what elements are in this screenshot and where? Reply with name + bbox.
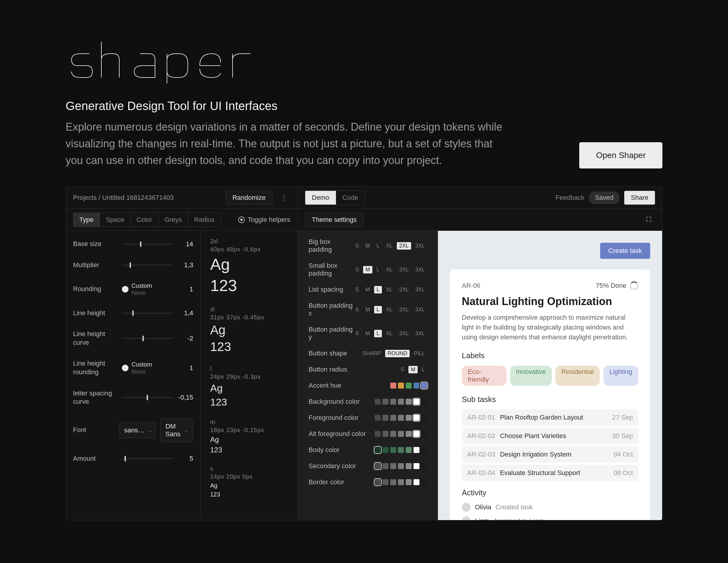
tab-type[interactable]: Type — [73, 213, 100, 227]
label-lighting[interactable]: Lighting — [603, 366, 638, 386]
list-spacing-opt-xl[interactable]: XL — [384, 286, 395, 293]
alt-foreground-color-swatch-3[interactable] — [398, 431, 404, 437]
background-color-swatch-4[interactable] — [406, 399, 412, 405]
tab-demo[interactable]: Demo — [305, 191, 336, 205]
line-height-rounding-toggle[interactable]: CustomNone — [122, 361, 152, 375]
button-padding-x-opt-m[interactable]: M — [363, 306, 372, 313]
secondary-color-swatch-4[interactable] — [406, 463, 412, 469]
label-residential[interactable]: Residential — [555, 366, 600, 386]
subtask-row[interactable]: AR-02-04Evaluate Structural Support08 Oc… — [462, 465, 638, 481]
secondary-color-swatch-1[interactable] — [382, 463, 388, 469]
small-box-padding-opt-m[interactable]: M — [363, 266, 372, 273]
body-color-swatch-6[interactable] — [421, 447, 427, 453]
background-color-swatch-1[interactable] — [382, 399, 388, 405]
foreground-color-swatch-0[interactable] — [375, 415, 381, 421]
background-color-swatch-3[interactable] — [398, 399, 404, 405]
background-color-swatch-6[interactable] — [421, 399, 427, 405]
more-menu-icon[interactable]: ⋮ — [277, 194, 290, 202]
button-padding-y-opt-l[interactable]: L — [374, 330, 382, 337]
label-innovative[interactable]: Innovative — [510, 366, 552, 386]
big-box-padding-opt-3xl[interactable]: 3XL — [413, 242, 427, 250]
rounding-toggle[interactable]: CustomNone — [122, 282, 152, 296]
big-box-padding-opt-l[interactable]: L — [374, 242, 382, 250]
foreground-color-swatch-5[interactable] — [413, 415, 419, 421]
body-color-swatch-2[interactable] — [390, 447, 396, 453]
button-padding-x-opt-xl[interactable]: XL — [384, 306, 395, 313]
big-box-padding-opt-m[interactable]: M — [363, 242, 372, 250]
border-color-swatch-2[interactable] — [390, 479, 396, 485]
button-radius-opt-s[interactable]: S — [398, 366, 407, 373]
small-box-padding-opt-s[interactable]: S — [353, 266, 361, 273]
label-eco-friendly[interactable]: Eco-friendly — [462, 366, 506, 386]
big-box-padding-opt-xl[interactable]: XL — [384, 242, 395, 250]
border-color-swatch-0[interactable] — [375, 479, 381, 485]
amount-slider[interactable] — [122, 458, 174, 459]
button-padding-x-opt-s[interactable]: S — [353, 306, 361, 313]
button-padding-y-opt-s[interactable]: S — [353, 330, 361, 337]
background-color-swatch-0[interactable] — [375, 399, 381, 405]
foreground-color-swatch-6[interactable] — [421, 415, 427, 421]
open-shaper-button[interactable]: Open Shaper — [579, 142, 662, 168]
button-radius-opt-l[interactable]: L — [419, 366, 427, 373]
border-color-swatch-4[interactable] — [406, 479, 412, 485]
small-box-padding-opt-l[interactable]: L — [374, 266, 382, 273]
toggle-helpers-button[interactable]: Toggle helpers — [238, 216, 290, 224]
feedback-link[interactable]: Feedback — [555, 194, 584, 202]
subtask-row[interactable]: AR-02-03Design Irrigation System04 Oct — [462, 446, 638, 463]
foreground-color-swatch-1[interactable] — [382, 415, 388, 421]
accent-hue-swatch-0[interactable] — [390, 383, 396, 389]
secondary-color-swatch-2[interactable] — [390, 463, 396, 469]
foreground-color-swatch-4[interactable] — [406, 415, 412, 421]
button-padding-x-opt-2xl[interactable]: 2XL — [397, 306, 411, 313]
secondary-color-swatch-0[interactable] — [375, 463, 381, 469]
button-padding-y-opt-3xl[interactable]: 3XL — [413, 330, 427, 337]
line-height-slider[interactable] — [122, 313, 174, 313]
randomize-button[interactable]: Randomize — [226, 191, 272, 205]
button-shape-opt-round[interactable]: ROUND — [385, 350, 410, 357]
subtask-row[interactable]: AR-02-01Plan Rooftop Garden Layout27 Sep — [462, 409, 638, 426]
body-color-swatch-5[interactable] — [413, 447, 419, 453]
letter-spacing-curve-slider[interactable] — [122, 397, 174, 398]
button-padding-y-opt-2xl[interactable]: 2XL — [397, 330, 411, 337]
line-height-curve-slider[interactable] — [122, 338, 174, 339]
list-spacing-opt-m[interactable]: M — [363, 286, 372, 293]
list-spacing-opt-s[interactable]: S — [353, 286, 361, 293]
theme-settings-button[interactable]: Theme settings — [305, 213, 363, 227]
foreground-color-swatch-3[interactable] — [398, 415, 404, 421]
body-color-swatch-3[interactable] — [398, 447, 404, 453]
tab-space[interactable]: Space — [100, 213, 131, 227]
foreground-color-swatch-2[interactable] — [390, 415, 396, 421]
breadcrumb[interactable]: Projects / Untitled 1681243671403 — [73, 194, 221, 202]
small-box-padding-opt-2xl[interactable]: 2XL — [397, 266, 411, 273]
secondary-color-swatch-3[interactable] — [398, 463, 404, 469]
list-spacing-opt-l[interactable]: L — [374, 286, 382, 293]
tab-code[interactable]: Code — [336, 191, 365, 205]
button-shape-opt-pill[interactable]: PILL — [411, 350, 427, 357]
big-box-padding-opt-s[interactable]: S — [353, 242, 361, 250]
accent-hue-swatch-2[interactable] — [406, 383, 412, 389]
tab-color[interactable]: Color — [131, 213, 159, 227]
subtask-row[interactable]: AR-02-02Choose Plant Varieties30 Sep — [462, 428, 638, 444]
background-color-swatch-2[interactable] — [390, 399, 396, 405]
secondary-color-swatch-6[interactable] — [421, 463, 427, 469]
tab-radius[interactable]: Radius — [188, 213, 220, 227]
alt-foreground-color-swatch-1[interactable] — [382, 431, 388, 437]
secondary-color-swatch-5[interactable] — [413, 463, 419, 469]
button-padding-y-opt-m[interactable]: M — [363, 330, 372, 337]
button-padding-y-opt-xl[interactable]: XL — [384, 330, 395, 337]
alt-foreground-color-swatch-0[interactable] — [375, 431, 381, 437]
border-color-swatch-1[interactable] — [382, 479, 388, 485]
button-radius-opt-m[interactable]: M — [408, 366, 418, 373]
base-size-slider[interactable] — [122, 244, 174, 245]
accent-hue-swatch-3[interactable] — [413, 383, 419, 389]
button-padding-x-opt-3xl[interactable]: 3XL — [413, 306, 427, 313]
big-box-padding-opt-2xl[interactable]: 2XL — [397, 242, 411, 250]
share-button[interactable]: Share — [624, 191, 655, 205]
button-shape-opt-sharp[interactable]: SHARP — [360, 350, 383, 357]
button-padding-x-opt-l[interactable]: L — [374, 306, 382, 313]
tab-greys[interactable]: Greys — [159, 213, 188, 227]
font-type-select[interactable]: sans…⌄ — [119, 423, 156, 438]
fullscreen-icon[interactable] — [642, 216, 655, 223]
alt-foreground-color-swatch-5[interactable] — [413, 431, 419, 437]
font-name-select[interactable]: DM Sans⌄ — [160, 419, 193, 442]
